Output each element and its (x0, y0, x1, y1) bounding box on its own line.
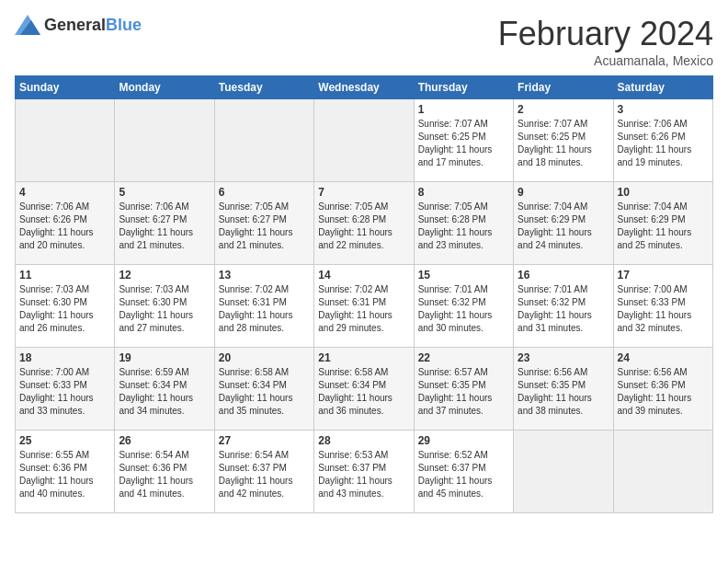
day-number: 7 (318, 186, 409, 199)
day-info: Sunrise: 7:02 AM Sunset: 6:31 PM Dayligh… (219, 283, 310, 335)
calendar-cell: 24Sunrise: 6:56 AM Sunset: 6:36 PM Dayli… (613, 348, 712, 431)
calendar-cell: 22Sunrise: 6:57 AM Sunset: 6:35 PM Dayli… (414, 348, 513, 431)
day-number: 12 (119, 269, 210, 282)
calendar-cell: 29Sunrise: 6:52 AM Sunset: 6:37 PM Dayli… (414, 431, 513, 513)
calendar-cell: 13Sunrise: 7:02 AM Sunset: 6:31 PM Dayli… (214, 265, 313, 348)
day-number: 25 (19, 434, 110, 447)
day-number: 1 (418, 103, 509, 116)
calendar-cell: 11Sunrise: 7:03 AM Sunset: 6:30 PM Dayli… (16, 265, 115, 348)
calendar-cell: 14Sunrise: 7:02 AM Sunset: 6:31 PM Dayli… (314, 265, 414, 348)
day-info: Sunrise: 7:03 AM Sunset: 6:30 PM Dayligh… (119, 283, 210, 335)
day-info: Sunrise: 6:56 AM Sunset: 6:36 PM Dayligh… (618, 366, 709, 418)
calendar-cell: 8Sunrise: 7:05 AM Sunset: 6:28 PM Daylig… (414, 182, 513, 265)
calendar-cell: 16Sunrise: 7:01 AM Sunset: 6:32 PM Dayli… (514, 265, 613, 348)
col-header-saturday: Saturday (613, 76, 712, 99)
day-number: 5 (119, 186, 210, 199)
day-number: 22 (418, 351, 509, 364)
calendar-cell: 10Sunrise: 7:04 AM Sunset: 6:29 PM Dayli… (613, 182, 712, 265)
calendar-cell (214, 99, 313, 182)
calendar-cell: 19Sunrise: 6:59 AM Sunset: 6:34 PM Dayli… (115, 348, 214, 431)
day-info: Sunrise: 7:00 AM Sunset: 6:33 PM Dayligh… (19, 366, 110, 418)
day-info: Sunrise: 7:06 AM Sunset: 6:26 PM Dayligh… (618, 118, 709, 169)
day-info: Sunrise: 7:00 AM Sunset: 6:33 PM Dayligh… (618, 283, 709, 335)
calendar-cell: 2Sunrise: 7:07 AM Sunset: 6:25 PM Daylig… (514, 99, 613, 182)
day-info: Sunrise: 6:59 AM Sunset: 6:34 PM Dayligh… (119, 366, 210, 418)
calendar-cell: 4Sunrise: 7:06 AM Sunset: 6:26 PM Daylig… (16, 182, 115, 265)
calendar-table: SundayMondayTuesdayWednesdayThursdayFrid… (15, 75, 713, 513)
logo-icon (15, 15, 40, 35)
calendar-cell: 17Sunrise: 7:00 AM Sunset: 6:33 PM Dayli… (613, 265, 712, 348)
day-info: Sunrise: 7:05 AM Sunset: 6:27 PM Dayligh… (219, 201, 310, 252)
calendar-cell (115, 99, 214, 182)
calendar-cell: 20Sunrise: 6:58 AM Sunset: 6:34 PM Dayli… (214, 348, 313, 431)
col-header-monday: Monday (115, 76, 214, 99)
day-number: 15 (418, 269, 509, 282)
calendar-cell (613, 431, 712, 513)
calendar-cell: 5Sunrise: 7:06 AM Sunset: 6:27 PM Daylig… (115, 182, 214, 265)
day-info: Sunrise: 7:06 AM Sunset: 6:27 PM Dayligh… (119, 201, 210, 252)
col-header-friday: Friday (514, 76, 613, 99)
page-header: GeneralBlue February 2024 Acuamanala, Me… (15, 15, 713, 68)
calendar-cell: 1Sunrise: 7:07 AM Sunset: 6:25 PM Daylig… (414, 99, 513, 182)
day-info: Sunrise: 7:01 AM Sunset: 6:32 PM Dayligh… (518, 283, 609, 335)
week-row-2: 4Sunrise: 7:06 AM Sunset: 6:26 PM Daylig… (16, 182, 713, 265)
week-row-1: 1Sunrise: 7:07 AM Sunset: 6:25 PM Daylig… (16, 99, 713, 182)
day-info: Sunrise: 7:03 AM Sunset: 6:30 PM Dayligh… (19, 283, 110, 335)
day-info: Sunrise: 6:54 AM Sunset: 6:36 PM Dayligh… (119, 449, 210, 500)
calendar-cell: 9Sunrise: 7:04 AM Sunset: 6:29 PM Daylig… (514, 182, 613, 265)
calendar-cell: 18Sunrise: 7:00 AM Sunset: 6:33 PM Dayli… (16, 348, 115, 431)
day-number: 8 (418, 186, 509, 199)
day-number: 21 (318, 351, 409, 364)
calendar-cell: 28Sunrise: 6:53 AM Sunset: 6:37 PM Dayli… (314, 431, 414, 513)
day-info: Sunrise: 6:53 AM Sunset: 6:37 PM Dayligh… (318, 449, 409, 500)
day-info: Sunrise: 7:06 AM Sunset: 6:26 PM Dayligh… (19, 201, 110, 252)
day-info: Sunrise: 6:54 AM Sunset: 6:37 PM Dayligh… (219, 449, 310, 500)
day-info: Sunrise: 7:02 AM Sunset: 6:31 PM Dayligh… (318, 283, 409, 335)
day-info: Sunrise: 6:56 AM Sunset: 6:35 PM Dayligh… (518, 366, 609, 418)
week-row-4: 18Sunrise: 7:00 AM Sunset: 6:33 PM Dayli… (16, 348, 713, 431)
calendar-cell: 21Sunrise: 6:58 AM Sunset: 6:34 PM Dayli… (314, 348, 414, 431)
calendar-body: 1Sunrise: 7:07 AM Sunset: 6:25 PM Daylig… (16, 99, 713, 513)
calendar-cell: 15Sunrise: 7:01 AM Sunset: 6:32 PM Dayli… (414, 265, 513, 348)
logo-general: General (44, 16, 106, 34)
day-info: Sunrise: 6:57 AM Sunset: 6:35 PM Dayligh… (418, 366, 509, 418)
day-number: 4 (19, 186, 110, 199)
calendar-cell (16, 99, 115, 182)
calendar-cell: 7Sunrise: 7:05 AM Sunset: 6:28 PM Daylig… (314, 182, 414, 265)
calendar-cell: 6Sunrise: 7:05 AM Sunset: 6:27 PM Daylig… (214, 182, 313, 265)
calendar-cell: 26Sunrise: 6:54 AM Sunset: 6:36 PM Dayli… (115, 431, 214, 513)
day-info: Sunrise: 7:07 AM Sunset: 6:25 PM Dayligh… (518, 118, 609, 169)
day-number: 14 (318, 269, 409, 282)
day-number: 2 (518, 103, 609, 116)
day-number: 13 (219, 269, 310, 282)
day-number: 27 (219, 434, 310, 447)
col-header-sunday: Sunday (16, 76, 115, 99)
week-row-5: 25Sunrise: 6:55 AM Sunset: 6:36 PM Dayli… (16, 431, 713, 513)
title-block: February 2024 Acuamanala, Mexico (498, 15, 713, 68)
day-number: 11 (19, 269, 110, 282)
calendar-cell: 12Sunrise: 7:03 AM Sunset: 6:30 PM Dayli… (115, 265, 214, 348)
day-info: Sunrise: 7:07 AM Sunset: 6:25 PM Dayligh… (418, 118, 509, 169)
day-number: 20 (219, 351, 310, 364)
day-info: Sunrise: 7:05 AM Sunset: 6:28 PM Dayligh… (318, 201, 409, 252)
calendar-cell (314, 99, 414, 182)
day-number: 28 (318, 434, 409, 447)
logo: GeneralBlue (15, 15, 142, 35)
calendar-cell: 25Sunrise: 6:55 AM Sunset: 6:36 PM Dayli… (16, 431, 115, 513)
col-header-thursday: Thursday (414, 76, 513, 99)
logo-blue: Blue (106, 16, 142, 34)
day-number: 29 (418, 434, 509, 447)
calendar-cell (514, 431, 613, 513)
day-number: 9 (518, 186, 609, 199)
calendar-cell: 3Sunrise: 7:06 AM Sunset: 6:26 PM Daylig… (613, 99, 712, 182)
day-number: 18 (19, 351, 110, 364)
day-info: Sunrise: 6:58 AM Sunset: 6:34 PM Dayligh… (318, 366, 409, 418)
day-info: Sunrise: 7:04 AM Sunset: 6:29 PM Dayligh… (618, 201, 709, 252)
calendar-header-row: SundayMondayTuesdayWednesdayThursdayFrid… (16, 76, 713, 99)
week-row-3: 11Sunrise: 7:03 AM Sunset: 6:30 PM Dayli… (16, 265, 713, 348)
day-info: Sunrise: 7:01 AM Sunset: 6:32 PM Dayligh… (418, 283, 509, 335)
day-number: 23 (518, 351, 609, 364)
calendar-cell: 23Sunrise: 6:56 AM Sunset: 6:35 PM Dayli… (514, 348, 613, 431)
day-number: 17 (618, 269, 709, 282)
day-info: Sunrise: 6:55 AM Sunset: 6:36 PM Dayligh… (19, 449, 110, 500)
